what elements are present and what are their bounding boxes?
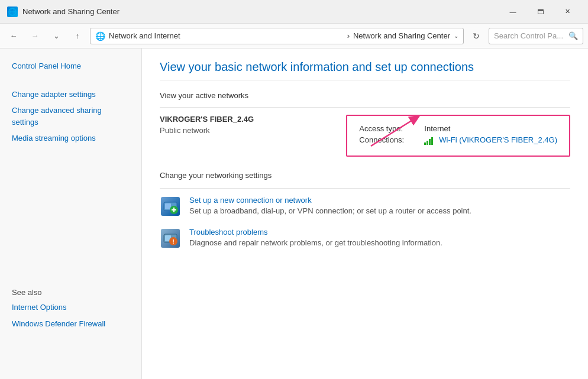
troubleshoot-icon: ! <box>160 228 181 249</box>
section-divider-1 <box>160 107 570 108</box>
svg-rect-5 <box>427 141 428 145</box>
new-connection-desc: Set up a broadband, dial-up, or VPN conn… <box>189 206 471 215</box>
refresh-button[interactable]: ↻ <box>467 28 485 44</box>
option-troubleshoot-text: Troubleshoot problems Diagnose and repai… <box>189 228 570 247</box>
network-info: VIKROGER'S FIBER_2.4G Public network <box>160 115 334 157</box>
option-new-connection: Set up a new connection or network Set u… <box>160 196 570 217</box>
sidebar-media-streaming[interactable]: Media streaming options <box>0 130 141 147</box>
sidebar-internet-options[interactable]: Internet Options <box>0 299 142 316</box>
minimize-button[interactable]: — <box>499 0 526 24</box>
main-layout: Control Panel Home Change adapter settin… <box>0 48 588 379</box>
sidebar-windows-defender[interactable]: Windows Defender Firewall <box>0 316 142 332</box>
address-dropdown-arrow[interactable]: ⌄ <box>454 33 458 39</box>
new-connection-icon <box>160 196 181 217</box>
address-bar: ← → ⌄ ↑ 🌐 Network and Internet › Network… <box>0 24 588 48</box>
window-title: Network and Sharing Center <box>22 7 499 16</box>
maximize-button[interactable]: 🗖 <box>526 0 554 24</box>
network-access-box: Access type: Internet Connections: <box>346 115 570 157</box>
address-field[interactable]: 🌐 Network and Internet › Network and Sha… <box>90 28 464 44</box>
troubleshoot-desc: Diagnose and repair network problems, or… <box>189 238 442 247</box>
connections-label: Connections: <box>359 135 424 144</box>
close-button[interactable]: ✕ <box>554 0 581 24</box>
option-troubleshoot: ! Troubleshoot problems Diagnose and rep… <box>160 228 570 249</box>
address-icon: 🌐 <box>95 31 105 41</box>
back-button[interactable]: ← <box>5 28 22 44</box>
breadcrumb-part2: Network and Sharing Center <box>353 31 450 40</box>
section-divider-2 <box>160 188 570 189</box>
sidebar-spacer <box>0 74 141 86</box>
svg-rect-7 <box>431 137 433 145</box>
content-area: View your basic network information and … <box>142 48 588 379</box>
app-icon <box>7 7 18 17</box>
see-also-section: See also Internet Options Windows Defend… <box>0 278 142 332</box>
wifi-signal-icon <box>424 135 437 145</box>
sidebar-control-panel-home[interactable]: Control Panel Home <box>0 58 141 74</box>
network-type: Public network <box>160 126 334 135</box>
network-area: VIKROGER'S FIBER_2.4G Public network Acc… <box>160 115 570 157</box>
network-name: VIKROGER'S FIBER_2.4G <box>160 115 334 124</box>
sidebar-change-advanced-sharing[interactable]: Change advanced sharing settings <box>0 102 141 130</box>
change-settings-label: Change your networking settings <box>160 171 570 180</box>
wifi-connection-link[interactable]: Wi-Fi (VIKROGER'S FIBER_2.4G) <box>439 135 557 144</box>
svg-rect-6 <box>429 139 431 145</box>
access-type-value: Internet <box>424 124 450 133</box>
breadcrumb-part1: Network and Internet <box>109 31 344 40</box>
window-controls: — 🗖 ✕ <box>499 0 581 24</box>
svg-rect-4 <box>424 142 426 145</box>
breadcrumb-separator: › <box>347 31 350 40</box>
active-networks-label: View your active networks <box>160 91 570 100</box>
svg-text:!: ! <box>172 238 175 245</box>
dropdown-recent-button[interactable]: ⌄ <box>47 28 65 44</box>
forward-button[interactable]: → <box>26 28 44 44</box>
up-button[interactable]: ↑ <box>69 28 86 44</box>
search-field[interactable]: Search Control Pa... 🔍 <box>489 28 583 44</box>
page-title: View your basic network information and … <box>160 60 570 80</box>
sidebar-change-adapter[interactable]: Change adapter settings <box>0 86 141 103</box>
search-icon[interactable]: 🔍 <box>568 31 578 40</box>
see-also-label: See also <box>0 278 142 299</box>
access-type-label: Access type: <box>359 124 424 133</box>
troubleshoot-link[interactable]: Troubleshoot problems <box>189 228 570 237</box>
connections-row: Connections: Wi-Fi (VIKROGER'S FIBER_2.4… <box>359 135 557 145</box>
new-connection-link[interactable]: Set up a new connection or network <box>189 196 570 205</box>
title-bar: Network and Sharing Center — 🗖 ✕ <box>0 0 588 24</box>
search-placeholder: Search Control Pa... <box>494 31 565 40</box>
option-new-connection-text: Set up a new connection or network Set u… <box>189 196 570 215</box>
access-type-row: Access type: Internet <box>359 124 557 133</box>
sidebar: Control Panel Home Change adapter settin… <box>0 48 142 379</box>
